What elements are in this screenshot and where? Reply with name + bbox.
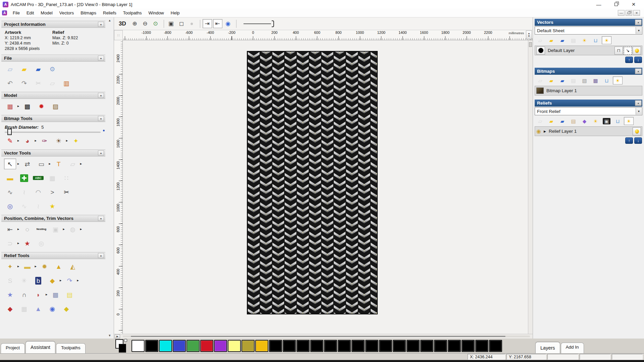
flyout-arrow-icon[interactable]: ▶ bbox=[17, 242, 19, 245]
slider-handle[interactable] bbox=[7, 129, 12, 135]
transform-vectors-icon[interactable]: ⇄ bbox=[21, 159, 33, 169]
layer-visibility-button[interactable] bbox=[633, 127, 641, 135]
vertical-scrollbar-thumb[interactable] bbox=[529, 42, 532, 47]
fillet-corner-icon[interactable]: > bbox=[46, 187, 58, 197]
primary-secondary-colour[interactable] bbox=[115, 339, 130, 353]
rollup-button[interactable]: ▲ bbox=[98, 216, 104, 221]
horizontal-scrollbar[interactable]: ▶ bbox=[114, 334, 533, 339]
flyout-arrow-icon[interactable]: ▶ bbox=[17, 163, 19, 165]
menu-model[interactable]: Model bbox=[37, 9, 56, 16]
switch-3d-view-button[interactable]: 3D bbox=[117, 20, 128, 28]
model-lighting-icon[interactable]: ✹ bbox=[35, 101, 47, 112]
menu-window[interactable]: Window bbox=[145, 9, 167, 16]
calculate-relief-icon[interactable]: ✦ bbox=[4, 261, 16, 272]
menu-file[interactable]: File bbox=[9, 9, 23, 16]
flyout-arrow-icon[interactable]: ▶ bbox=[17, 139, 19, 142]
open-model-icon[interactable]: ▰ bbox=[18, 64, 30, 74]
text-on-curve-icon[interactable]: ◌ bbox=[21, 224, 33, 235]
palette-swatch[interactable] bbox=[255, 340, 268, 352]
rollup-button[interactable]: ▲ bbox=[98, 253, 104, 258]
tab-add-in[interactable]: Add In bbox=[561, 343, 584, 353]
flyout-arrow-icon[interactable]: ▶ bbox=[17, 265, 19, 268]
vertical-scrollbar[interactable] bbox=[528, 40, 533, 334]
greyscale-layer-icon[interactable]: ▧ bbox=[580, 76, 589, 84]
mdi-minimize-button[interactable]: — bbox=[618, 10, 625, 16]
flyout-arrow-icon[interactable]: ▶ bbox=[66, 139, 68, 142]
open-bitmap-layer-icon[interactable]: ▰ bbox=[546, 76, 556, 84]
delete-relief-layer-icon[interactable]: ⊔ bbox=[613, 117, 623, 125]
menu-edit[interactable]: Edit bbox=[23, 9, 37, 16]
show-all-relief-layers-icon[interactable]: ☀ bbox=[624, 117, 634, 125]
rollup-button[interactable]: ▲ bbox=[98, 56, 104, 61]
lock-icon[interactable]: ⊓ bbox=[614, 47, 623, 55]
vector-texture-icon[interactable]: ★ bbox=[21, 238, 33, 249]
colour-palette-icon[interactable]: ☀ bbox=[53, 135, 65, 146]
bitmap-preview-layer-icon[interactable]: ▩ bbox=[591, 76, 600, 84]
secondary-colour-swatch[interactable] bbox=[119, 344, 126, 353]
flyout-arrow-icon[interactable]: ▶ bbox=[35, 265, 36, 268]
zoom-slider[interactable] bbox=[244, 20, 277, 28]
measure-tool-icon[interactable]: ▬ bbox=[4, 173, 16, 183]
scroll-down-icon[interactable]: ▼ bbox=[107, 334, 112, 337]
nesting-icon[interactable]: Nesting bbox=[35, 224, 47, 235]
mdi-restore-button[interactable] bbox=[626, 10, 632, 16]
toggle-bitmap-visibility-icon[interactable]: ⇤ bbox=[213, 19, 222, 28]
palette-swatch[interactable] bbox=[462, 340, 475, 352]
rollup-button[interactable]: ▲ bbox=[98, 93, 104, 98]
palette-swatch[interactable] bbox=[241, 340, 255, 352]
move-layer-up-button[interactable]: ↑ bbox=[625, 137, 633, 144]
create-star-icon[interactable]: ★ bbox=[46, 201, 58, 212]
sheet-select[interactable]: Default Sheet ▼ bbox=[535, 26, 642, 35]
tab-toolpaths[interactable]: Toolpaths bbox=[56, 343, 86, 353]
relief-pyramid-icon[interactable]: ▲ bbox=[32, 303, 44, 314]
tab-layers[interactable]: Layers bbox=[535, 342, 560, 353]
layer-visibility-button[interactable] bbox=[633, 47, 641, 55]
close-button[interactable]: × bbox=[629, 1, 638, 8]
palette-swatch[interactable] bbox=[173, 340, 186, 352]
menu-vectors[interactable]: Vectors bbox=[56, 9, 77, 16]
rollup-button[interactable]: ▲ bbox=[635, 19, 642, 25]
create-text-icon[interactable]: T bbox=[53, 159, 65, 169]
rollup-button[interactable]: ▲ bbox=[635, 68, 642, 74]
flyout-arrow-icon[interactable]: ▶ bbox=[17, 228, 19, 231]
palette-swatch[interactable] bbox=[283, 340, 296, 352]
move-layer-down-button[interactable]: ↓ bbox=[634, 57, 642, 63]
flyout-arrow-icon[interactable]: ▶ bbox=[35, 139, 36, 142]
palette-swatch[interactable] bbox=[379, 340, 392, 352]
turn-relief-icon[interactable]: ◭ bbox=[67, 261, 79, 272]
create-text-block-icon[interactable]: ABC bbox=[32, 173, 44, 183]
horizontal-scrollbar-thumb[interactable] bbox=[131, 336, 505, 337]
relief-layer-row[interactable]: ◉ ▶ Relief Layer 1 bbox=[535, 126, 642, 136]
palette-swatch[interactable] bbox=[475, 340, 488, 352]
menu-reliefs[interactable]: Reliefs bbox=[100, 9, 120, 16]
palette-swatch[interactable] bbox=[365, 340, 378, 352]
move-layer-up-button[interactable]: ↑ bbox=[625, 57, 633, 63]
bitmap-layer-row[interactable]: Bitmap Layer 1 bbox=[535, 86, 642, 96]
create-rectangle-icon[interactable]: ▭ bbox=[35, 159, 47, 169]
brush-diameter-slider[interactable] bbox=[1, 130, 105, 133]
relief-select[interactable]: Front Relief ▼ bbox=[535, 107, 642, 115]
pick-colour-icon[interactable]: ✑ bbox=[39, 135, 51, 146]
open-relief-layer-icon[interactable]: ▰ bbox=[546, 117, 556, 125]
flyout-arrow-icon[interactable]: ▶ bbox=[17, 105, 19, 108]
palette-swatch[interactable] bbox=[420, 340, 433, 352]
toggle-vector-visibility-icon[interactable]: ⇥ bbox=[203, 19, 212, 28]
preferences-icon[interactable]: ⚙ bbox=[46, 64, 58, 74]
zoom-fit-icon[interactable]: ◻ bbox=[177, 19, 186, 28]
paste-icon[interactable]: ▥ bbox=[60, 78, 72, 88]
redo-icon[interactable]: ↷ bbox=[18, 78, 30, 88]
zoom-slider-handle[interactable] bbox=[272, 20, 274, 27]
layer-colour-swatch[interactable] bbox=[536, 47, 545, 55]
cut-vector-icon[interactable]: ✂ bbox=[60, 187, 72, 197]
expand-arrow-icon[interactable]: ▶ bbox=[544, 130, 546, 133]
bitmap-to-vector-icon[interactable]: ✦ bbox=[70, 135, 82, 146]
flood-fill-icon[interactable]: ◕ bbox=[21, 135, 33, 146]
save-vector-layer-icon[interactable]: ▰ bbox=[557, 36, 567, 44]
menu-toolpaths[interactable]: Toolpaths bbox=[120, 9, 145, 16]
palette-swatch[interactable] bbox=[338, 340, 351, 352]
show-all-bitmap-layers-icon[interactable]: ☀ bbox=[613, 76, 623, 84]
vector-layer-row[interactable]: Default Layer ⊓ ↘ bbox=[535, 46, 642, 55]
relief-layer-sheet-icon[interactable]: ▤ bbox=[63, 289, 75, 300]
zoom-out-icon[interactable]: ⊖ bbox=[141, 19, 150, 28]
palette-swatch[interactable] bbox=[310, 340, 323, 352]
